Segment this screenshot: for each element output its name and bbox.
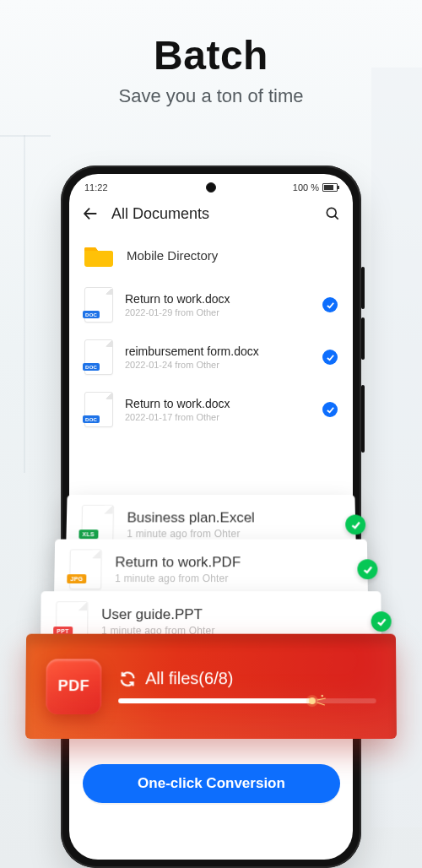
pdf-chip-label: PDF: [58, 677, 90, 695]
folder-icon: [84, 243, 113, 267]
hero-title: Batch: [0, 32, 422, 79]
svg-line-5: [316, 698, 325, 700]
file-check[interactable]: [371, 611, 392, 632]
file-icon: DOC: [84, 392, 113, 427]
file-name: Return to work.docx: [125, 292, 311, 306]
file-list-body: DOC Return to work.docx 2022-01-29 from …: [69, 279, 353, 436]
file-check[interactable]: [322, 402, 338, 417]
refresh-icon: [118, 670, 137, 688]
cta-label: One-click Conversion: [138, 775, 285, 792]
file-badge: JPG: [67, 574, 86, 583]
svg-line-2: [335, 216, 338, 220]
file-check[interactable]: [322, 297, 338, 312]
check-icon: [326, 353, 335, 362]
search-button[interactable]: [324, 205, 341, 222]
file-meta: 2022-01-17 from Other: [125, 412, 311, 422]
file-text: reimbursement form.docx 2022-01-24 from …: [125, 344, 311, 370]
file-name: Return to work.docx: [125, 397, 311, 410]
file-text: Return to work.docx 2022-01-17 from Othe…: [125, 397, 311, 422]
status-time: 11:22: [84, 182, 108, 193]
file-badge: DOC: [83, 415, 100, 423]
search-icon: [324, 205, 341, 222]
file-check[interactable]: [357, 559, 377, 579]
conversion-progress-panel: PDF All files(6/8): [25, 634, 397, 739]
file-text: Return to work.PDF 1 minute ago from Oht…: [115, 554, 241, 584]
file-row[interactable]: DOC reimbursement form.docx 2022-01-24 f…: [69, 331, 353, 383]
progress-body: All files(6/8): [118, 669, 376, 703]
progress-bar-fill: [118, 698, 311, 703]
file-meta: 1 minute ago from Ohter: [115, 572, 241, 584]
progress-label: All files(6/8): [145, 669, 233, 688]
file-text: Business plan.Excel 1 minute ago from Oh…: [127, 510, 255, 540]
file-name: Business plan.Excel: [127, 510, 254, 527]
file-meta: 2022-01-24 from Other: [125, 360, 311, 370]
file-badge: DOC: [83, 363, 100, 371]
file-row[interactable]: DOC Return to work.docx 2022-01-17 from …: [69, 383, 353, 436]
file-icon: DOC: [84, 339, 113, 375]
file-meta: 1 minute ago from Ohter: [127, 528, 255, 540]
page-title: All Documents: [111, 205, 324, 223]
file-name: Return to work.PDF: [115, 554, 241, 571]
file-badge: DOC: [83, 311, 100, 318]
volume-down-button: [361, 317, 365, 360]
file-icon: DOC: [84, 287, 113, 323]
battery-icon: [322, 183, 338, 192]
check-icon: [326, 405, 335, 415]
check-icon: [350, 519, 361, 530]
one-click-conversion-button[interactable]: One-click Conversion: [83, 764, 340, 803]
status-battery: 100 %: [293, 182, 338, 193]
arrow-left-icon: [81, 204, 100, 223]
camera-hole: [206, 182, 216, 193]
file-name: reimbursement form.docx: [125, 344, 311, 358]
folder-row[interactable]: Mobile Directory: [69, 231, 353, 279]
file-name: User guide.PPT: [101, 606, 214, 623]
file-meta: 2022-01-29 from Other: [125, 307, 311, 317]
file-list: Mobile Directory DOC Return to work.docx…: [69, 231, 353, 436]
check-icon: [362, 564, 373, 575]
file-text: User guide.PPT 1 minute ago from Ohter: [101, 606, 215, 637]
power-button: [361, 385, 365, 453]
pdf-chip: PDF: [46, 659, 101, 714]
file-row[interactable]: DOC Return to work.docx 2022-01-29 from …: [69, 279, 353, 331]
check-icon: [326, 301, 335, 310]
hero-subtitle: Save you a ton of time: [0, 85, 422, 107]
file-icon: JPG: [69, 549, 102, 589]
svg-point-1: [327, 208, 336, 217]
file-check[interactable]: [345, 515, 365, 535]
file-check[interactable]: [322, 350, 338, 365]
volume-up-button: [361, 267, 365, 309]
file-text: Return to work.docx 2022-01-29 from Othe…: [125, 292, 311, 317]
svg-point-7: [321, 695, 322, 697]
hero: Batch Save you a ton of time: [0, 0, 422, 107]
battery-percent: 100 %: [293, 182, 319, 193]
appbar: All Documents: [69, 198, 353, 231]
back-button[interactable]: [81, 204, 100, 223]
progress-title: All files(6/8): [118, 669, 376, 688]
file-badge: XLS: [78, 529, 98, 539]
progress-bar: [118, 698, 376, 703]
check-icon: [376, 616, 387, 627]
folder-label: Mobile Directory: [127, 248, 218, 263]
svg-line-6: [316, 703, 324, 705]
